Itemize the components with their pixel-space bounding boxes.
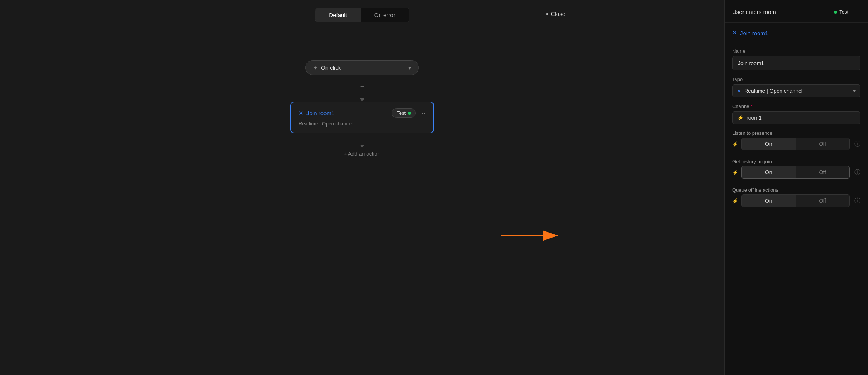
listen-presence-icon: ⚡: [732, 141, 738, 147]
type-value: Realtime | Open channel: [744, 88, 850, 94]
action-title-text: Join room1: [306, 110, 334, 116]
queue-offline-group: Queue offline actions ⚡ On Off ⓘ: [732, 187, 860, 207]
test-status-dot: [408, 112, 411, 115]
tab-default[interactable]: Default: [315, 8, 361, 22]
panel-top-more-button[interactable]: ⋮: [854, 8, 860, 16]
queue-offline-icon: ⚡: [732, 198, 738, 204]
toggle-section: Listen to presence ⚡ On Off ⓘ Get histor…: [725, 130, 868, 216]
name-field: Name: [732, 48, 860, 70]
action-node-controls: Test ⋯: [392, 108, 426, 118]
panel-top-controls: Test ⋮: [829, 8, 860, 16]
queue-offline-label: Queue offline actions: [732, 187, 860, 193]
channel-icon: ⚡: [737, 115, 744, 121]
get-history-off[interactable]: Off: [796, 166, 850, 178]
panel-section-header: ✕ Join room1 ⋮: [725, 23, 868, 42]
get-history-on[interactable]: On: [742, 166, 796, 178]
action-node-title: ✕ Join room1: [299, 110, 334, 117]
get-history-help-icon[interactable]: ⓘ: [854, 169, 860, 177]
get-history-row: ⚡ On Off ⓘ: [732, 166, 860, 179]
close-button[interactable]: × Close: [545, 11, 565, 17]
listen-presence-toggle[interactable]: On Off: [741, 138, 850, 150]
connector-after-action: [360, 133, 364, 148]
right-panel: User enters room Test ⋮ ✕ Join room1 ⋮ N…: [724, 0, 868, 375]
chevron-down-icon: ▾: [408, 65, 411, 71]
get-history-label: Get history on join: [732, 159, 860, 164]
panel-top-title: User enters room: [732, 9, 776, 15]
action-node[interactable]: ✕ Join room1 Test ⋯ Realtime | Open chan…: [290, 102, 434, 133]
listen-presence-row: ⚡ On Off ⓘ: [732, 138, 860, 150]
trigger-icon: ✦: [313, 65, 318, 71]
section-more-button[interactable]: ⋮: [854, 29, 860, 37]
panel-test-label: Test: [839, 9, 848, 15]
tab-bar: Default On error: [315, 8, 409, 22]
connector-line-after: [362, 133, 362, 145]
listen-presence-help-icon[interactable]: ⓘ: [854, 140, 860, 148]
type-select[interactable]: ✕ Realtime | Open channel ▾: [732, 84, 860, 97]
name-input[interactable]: [732, 56, 860, 70]
action-test-label: Test: [397, 110, 406, 116]
section-title-text: Join room1: [740, 30, 768, 36]
add-action-label: + Add an action: [344, 151, 381, 157]
connector-plus: +: [359, 75, 365, 102]
action-x-icon: ✕: [299, 110, 303, 117]
queue-offline-on[interactable]: On: [742, 195, 796, 207]
type-x-icon: ✕: [737, 88, 741, 94]
connector-line-bottom: [362, 91, 362, 98]
type-field: Type ✕ Realtime | Open channel ▾: [732, 77, 860, 97]
get-history-group: Get history on join ⚡ On Off ⓘ: [732, 159, 860, 179]
add-between-button[interactable]: +: [359, 83, 365, 91]
action-more-button[interactable]: ⋯: [419, 109, 426, 117]
panel-test-dot: [834, 11, 837, 14]
trigger-label: On click: [321, 64, 341, 71]
get-history-toggle[interactable]: On Off: [741, 166, 850, 179]
name-label: Name: [732, 48, 860, 54]
arrow-down-icon: [360, 98, 364, 102]
panel-test-button[interactable]: Test: [830, 8, 852, 16]
queue-offline-off[interactable]: Off: [796, 195, 850, 207]
queue-offline-help-icon[interactable]: ⓘ: [854, 197, 860, 205]
action-test-button[interactable]: Test: [392, 108, 416, 118]
channel-required: *: [750, 103, 752, 109]
connector-line-top: [362, 75, 362, 83]
panel-section-title: ✕ Join room1: [732, 30, 768, 36]
channel-field: Channel* ⚡ room1: [732, 103, 860, 124]
trigger-node[interactable]: ✦ On click ▾: [305, 60, 419, 75]
channel-row[interactable]: ⚡ room1: [732, 111, 860, 124]
tab-on-error[interactable]: On error: [361, 8, 409, 22]
channel-value: room1: [747, 115, 762, 121]
listen-presence-on[interactable]: On: [742, 138, 796, 150]
close-icon: ×: [545, 11, 549, 17]
orange-arrow-annotation: [497, 226, 565, 246]
listen-presence-group: Listen to presence ⚡ On Off ⓘ: [732, 130, 860, 150]
close-label: Close: [551, 11, 565, 17]
main-canvas: Default On error × Close ✦ On click ▾ +: [0, 0, 724, 375]
arrow-down-icon-2: [360, 145, 364, 148]
action-node-header: ✕ Join room1 Test ⋯: [299, 108, 426, 118]
queue-offline-toggle[interactable]: On Off: [741, 194, 850, 207]
canvas-content: ✦ On click ▾ + ✕ Join room1 Test: [290, 60, 434, 157]
channel-label: Channel*: [732, 103, 860, 109]
queue-offline-row: ⚡ On Off ⓘ: [732, 194, 860, 207]
panel-top-header: User enters room Test ⋮: [725, 0, 868, 23]
action-subtitle: Realtime | Open channel: [299, 121, 426, 127]
get-history-icon: ⚡: [732, 170, 738, 175]
listen-presence-label: Listen to presence: [732, 130, 860, 136]
section-x-icon: ✕: [732, 30, 737, 36]
type-label: Type: [732, 77, 860, 82]
panel-form: Name Type ✕ Realtime | Open channel ▾ Ch…: [725, 42, 868, 130]
add-action[interactable]: + Add an action: [344, 151, 381, 157]
type-chevron-icon: ▾: [853, 88, 856, 94]
listen-presence-off[interactable]: Off: [796, 138, 850, 150]
trigger-node-left: ✦ On click: [313, 64, 341, 71]
